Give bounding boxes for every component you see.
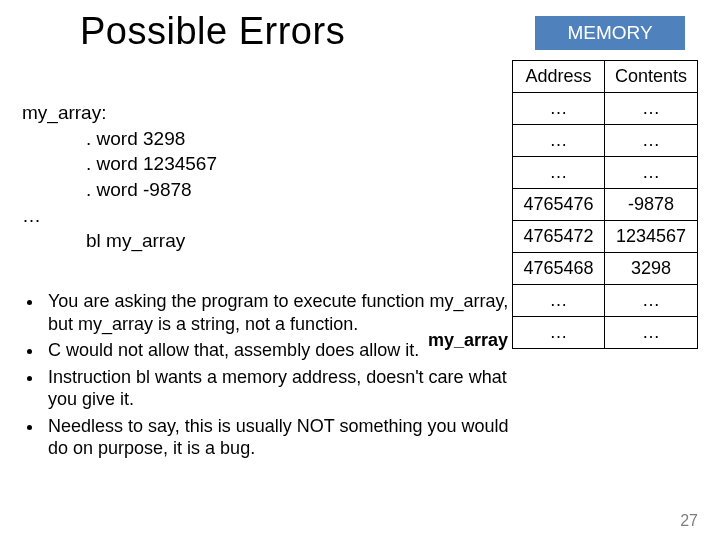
cell-cont: … — [604, 157, 697, 189]
code-line: my_array: — [22, 100, 217, 126]
code-line: bl my_array — [86, 228, 217, 254]
row-annotation: my_array — [428, 330, 508, 351]
code-line: … — [22, 203, 217, 229]
table-row: 4765476-9878 — [512, 189, 697, 221]
list-item: Needless to say, this is usually NOT som… — [44, 415, 512, 460]
cell-cont: … — [604, 93, 697, 125]
bullet-list: You are asking the program to execute fu… — [22, 290, 512, 464]
page-number: 27 — [680, 512, 698, 530]
cell-cont: … — [604, 285, 697, 317]
cell-addr: 4765468 — [512, 253, 604, 285]
table-row: …… — [512, 285, 697, 317]
table-row: …… — [512, 93, 697, 125]
memory-badge: MEMORY — [535, 16, 685, 50]
cell-cont: … — [604, 125, 697, 157]
cell-cont: 3298 — [604, 253, 697, 285]
cell-addr: … — [512, 157, 604, 189]
table-header-row: Address Contents — [512, 61, 697, 93]
table-row: 47654683298 — [512, 253, 697, 285]
code-line: . word 1234567 — [86, 151, 217, 177]
list-item: You are asking the program to execute fu… — [44, 290, 512, 335]
header-contents: Contents — [604, 61, 697, 93]
cell-addr: … — [512, 93, 604, 125]
memory-table: Address Contents …… …… …… 4765476-9878 4… — [512, 60, 698, 349]
table-row: 47654721234567 — [512, 221, 697, 253]
header-address: Address — [512, 61, 604, 93]
table-row: …… — [512, 157, 697, 189]
slide: Possible Errors MEMORY Address Contents … — [0, 0, 720, 540]
cell-addr: … — [512, 125, 604, 157]
cell-addr: 4765476 — [512, 189, 604, 221]
cell-cont: 1234567 — [604, 221, 697, 253]
list-item: Instruction bl wants a memory address, d… — [44, 366, 512, 411]
code-line: . word -9878 — [86, 177, 217, 203]
cell-addr: 4765472 — [512, 221, 604, 253]
code-block: my_array: . word 3298 . word 1234567 . w… — [22, 100, 217, 254]
cell-cont: -9878 — [604, 189, 697, 221]
table-row: …… — [512, 125, 697, 157]
cell-cont: … — [604, 317, 697, 349]
cell-addr: … — [512, 285, 604, 317]
code-line: . word 3298 — [86, 126, 217, 152]
cell-addr: … — [512, 317, 604, 349]
table-row: …… — [512, 317, 697, 349]
